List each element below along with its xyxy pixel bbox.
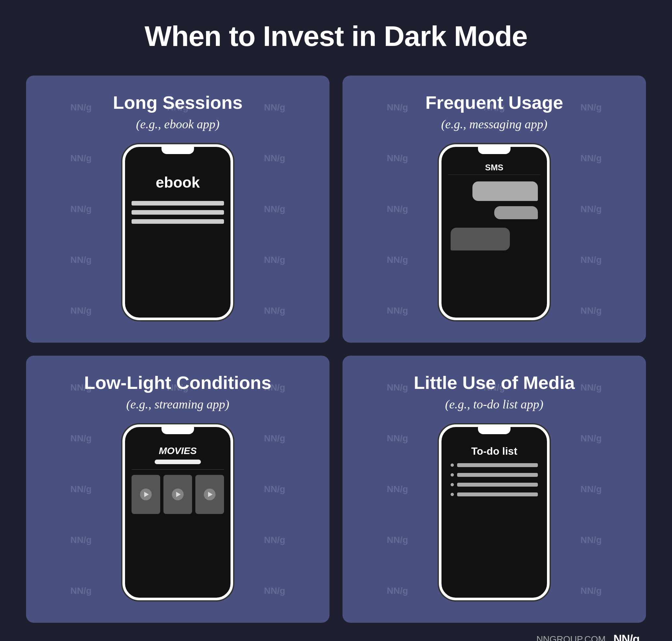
cards-grid: NN/gNN/gNN/g NN/gNN/gNN/g NN/gNN/gNN/g N… — [26, 76, 646, 623]
phone-sms: SMS — [439, 144, 549, 320]
play-triangle-3 — [208, 492, 213, 497]
movies-search-bar — [155, 460, 201, 464]
sms-bubble-2 — [494, 206, 538, 219]
todo-items — [448, 463, 541, 496]
todo-item-3 — [451, 483, 538, 487]
ebook-line-1 — [131, 201, 224, 206]
sms-header: SMS — [448, 161, 541, 175]
todo-line-3 — [457, 483, 538, 487]
movie-thumb-3 — [195, 475, 224, 514]
todo-dot-1 — [451, 463, 454, 467]
phone-notch-3 — [162, 427, 194, 434]
todo-dot-3 — [451, 483, 454, 486]
phone-notch — [162, 147, 194, 154]
todo-item-2 — [451, 473, 538, 477]
todo-dot-2 — [451, 473, 454, 477]
card-long-sessions: NN/gNN/gNN/g NN/gNN/gNN/g NN/gNN/gNN/g N… — [26, 76, 330, 343]
card-subtitle-long-sessions: (e.g., ebook app) — [136, 117, 220, 131]
phone-notch-4 — [478, 427, 510, 434]
ebook-label: ebook — [156, 174, 199, 191]
ebook-line-3 — [131, 219, 224, 224]
phone-content-ebook: ebook — [125, 157, 230, 317]
footer: NNGROUP.COM NN/g — [26, 623, 646, 641]
todo-line-1 — [457, 463, 538, 467]
movies-grid — [131, 475, 224, 514]
phone-ebook: ebook — [123, 144, 233, 320]
todo-item-1 — [451, 463, 538, 467]
phone-todo: To-do list — [439, 424, 549, 600]
card-low-light: NN/gNN/gNN/g NN/gNN/gNN/g NN/gNN/gNN/g N… — [26, 356, 330, 623]
card-subtitle-little-media: (e.g., to-do list app) — [445, 397, 543, 411]
play-triangle-2 — [176, 492, 181, 497]
ebook-line-2 — [131, 210, 224, 215]
card-little-media: NN/gNN/gNN/g NN/gNN/gNN/g NN/gNN/gNN/g N… — [342, 356, 646, 623]
movies-divider — [131, 469, 224, 470]
footer-logo: NN/g — [613, 632, 640, 641]
ebook-lines — [131, 201, 224, 224]
phone-movies: MOVIES — [123, 424, 233, 600]
phone-notch-2 — [478, 147, 510, 154]
card-title-long-sessions: Long Sessions — [113, 92, 242, 113]
todo-item-4 — [451, 492, 538, 496]
movie-thumb-1 — [131, 475, 160, 514]
todo-dot-4 — [451, 493, 454, 496]
card-subtitle-frequent-usage: (e.g., messaging app) — [441, 117, 547, 131]
phone-content-todo: To-do list — [442, 437, 547, 598]
card-frequent-usage: NN/gNN/gNN/g NN/gNN/gNN/g NN/gNN/gNN/g N… — [342, 76, 646, 343]
card-title-low-light: Low-Light Conditions — [84, 372, 271, 393]
movies-header: MOVIES — [131, 441, 224, 460]
phone-content-movies: MOVIES — [125, 437, 230, 598]
footer-url: NNGROUP.COM — [536, 634, 605, 641]
page-title: When to Invest in Dark Mode — [144, 19, 528, 53]
todo-line-2 — [457, 473, 538, 477]
card-title-frequent-usage: Frequent Usage — [425, 92, 563, 113]
todo-header: To-do list — [471, 441, 517, 463]
play-triangle-1 — [144, 492, 149, 497]
sms-bubble-1 — [473, 181, 538, 201]
sms-messages — [448, 181, 541, 250]
card-subtitle-low-light: (e.g., streaming app) — [126, 397, 229, 411]
movie-thumb-2 — [164, 475, 192, 514]
phone-content-sms: SMS — [442, 157, 547, 317]
todo-line-4 — [457, 492, 538, 496]
play-icon-1 — [140, 489, 152, 500]
play-icon-3 — [204, 489, 215, 500]
sms-bubble-3 — [451, 228, 510, 250]
play-icon-2 — [172, 489, 184, 500]
card-title-little-media: Little Use of Media — [414, 372, 575, 393]
